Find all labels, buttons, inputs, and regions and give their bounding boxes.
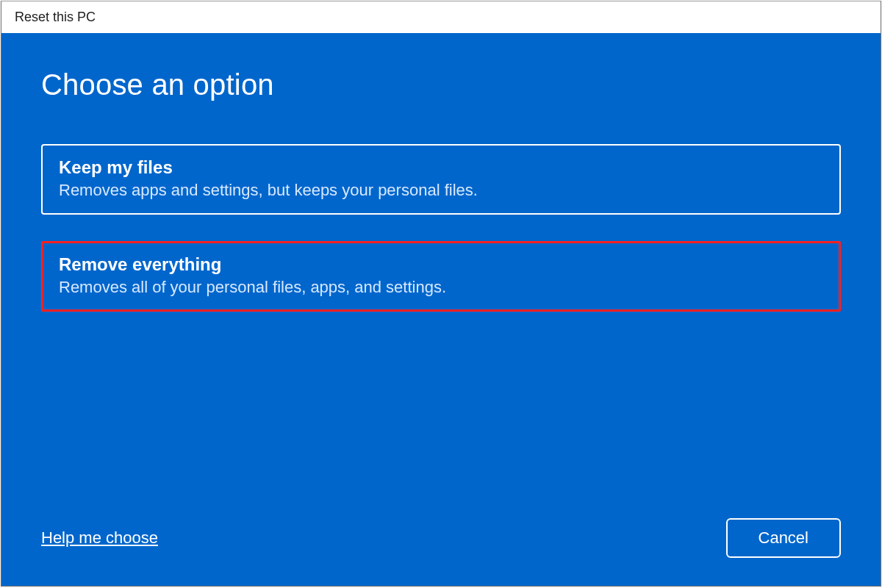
option-description: Removes apps and settings, but keeps you… (59, 181, 823, 200)
page-heading: Choose an option (41, 68, 841, 101)
dialog-footer: Help me choose Cancel (41, 518, 841, 558)
option-keep-my-files[interactable]: Keep my files Removes apps and settings,… (41, 144, 841, 215)
options-list: Keep my files Removes apps and settings,… (41, 144, 841, 312)
option-remove-everything[interactable]: Remove everything Removes all of your pe… (41, 241, 841, 312)
help-me-choose-link[interactable]: Help me choose (41, 528, 158, 548)
option-description: Removes all of your personal files, apps… (59, 278, 823, 297)
cancel-button[interactable]: Cancel (726, 518, 841, 558)
reset-pc-dialog: Reset this PC Choose an option Keep my f… (1, 1, 881, 587)
option-title: Keep my files (59, 157, 823, 178)
titlebar: Reset this PC (1, 1, 881, 33)
option-title: Remove everything (59, 254, 823, 275)
window-title: Reset this PC (15, 10, 96, 25)
dialog-content: Choose an option Keep my files Removes a… (1, 33, 881, 586)
